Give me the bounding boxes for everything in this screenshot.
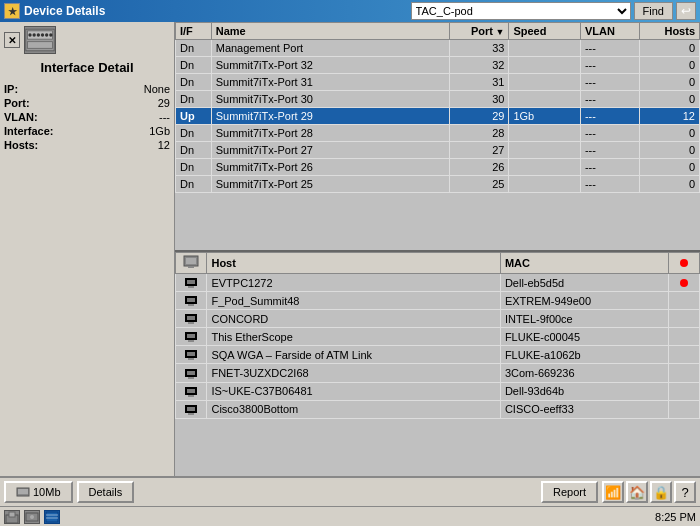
- svg-rect-39: [9, 512, 15, 517]
- interface-row[interactable]: Dn Summit7iTx-Port 32 32 --- 0: [176, 57, 700, 74]
- info-interface-row: Interface: 1Gb: [4, 125, 170, 137]
- svg-rect-32: [188, 395, 194, 397]
- host-flag: [668, 400, 699, 418]
- host-icon-cell: [176, 382, 207, 400]
- host-row[interactable]: FNET-3UZXDC2I68 3Com-669236: [176, 364, 700, 382]
- home-icon-button[interactable]: 🏠: [626, 481, 648, 503]
- host-row[interactable]: This EtherScope FLUKE-c00045: [176, 328, 700, 346]
- intf-name: Summit7iTx-Port 27: [211, 142, 449, 159]
- intf-name: Summit7iTx-Port 26: [211, 159, 449, 176]
- title-bar: ★ Device Details TAC_C-pod Find ↩: [0, 0, 700, 22]
- intf-status: Dn: [176, 176, 212, 193]
- hosts-table-container[interactable]: Host MAC EVTPC1272 Dell-eb5d5d: [175, 252, 700, 476]
- host-flag: [668, 346, 699, 364]
- status-time: 8:25 PM: [655, 511, 696, 523]
- interface-table: I/F Name Port Speed VLAN Hosts Dn Manage…: [175, 22, 700, 193]
- device-dropdown[interactable]: TAC_C-pod: [411, 2, 631, 20]
- intf-hosts: 0: [640, 74, 700, 91]
- interface-row[interactable]: Dn Summit7iTx-Port 25 25 --- 0: [176, 176, 700, 193]
- col-header-host-icon: [176, 253, 207, 274]
- title-controls: TAC_C-pod Find ↩: [411, 2, 696, 20]
- intf-port: 29: [449, 108, 509, 125]
- host-mac: CISCO-eeff33: [500, 400, 668, 418]
- svg-rect-42: [46, 512, 58, 522]
- host-name: IS~UKE-C37B06481: [207, 382, 500, 400]
- intf-hosts: 0: [640, 57, 700, 74]
- ip-label: IP:: [4, 83, 18, 95]
- svg-rect-25: [187, 352, 195, 356]
- interface-row[interactable]: Dn Management Port 33 --- 0: [176, 40, 700, 57]
- find-button[interactable]: Find: [634, 2, 673, 20]
- svg-rect-29: [188, 377, 194, 379]
- details-button[interactable]: Details: [77, 481, 135, 503]
- intf-speed: 1Gb: [509, 108, 580, 125]
- host-row[interactable]: EVTPC1272 Dell-eb5d5d: [176, 274, 700, 292]
- intf-name: Management Port: [211, 40, 449, 57]
- host-mac: INTEL-9f00ce: [500, 310, 668, 328]
- col-header-port[interactable]: Port: [449, 23, 509, 40]
- interface-table-container[interactable]: I/F Name Port Speed VLAN Hosts Dn Manage…: [175, 22, 700, 252]
- bluetooth-icon-button[interactable]: 📶: [602, 481, 624, 503]
- intf-hosts: 0: [640, 125, 700, 142]
- intf-speed: [509, 125, 580, 142]
- host-name: SQA WGA – Farside of ATM Link: [207, 346, 500, 364]
- host-row[interactable]: CONCORD INTEL-9f00ce: [176, 310, 700, 328]
- col-header-name[interactable]: Name: [211, 23, 449, 40]
- intf-port: 32: [449, 57, 509, 74]
- col-header-if: I/F: [176, 23, 212, 40]
- host-name: CONCORD: [207, 310, 500, 328]
- main-area: ✕ Interface Detail IP: None: [0, 22, 700, 476]
- col-header-flag: [668, 253, 699, 274]
- host-row[interactable]: Cisco3800Bottom CISCO-eeff33: [176, 400, 700, 418]
- intf-speed: [509, 159, 580, 176]
- host-icon-cell: [176, 328, 207, 346]
- right-panel: I/F Name Port Speed VLAN Hosts Dn Manage…: [175, 22, 700, 476]
- intf-speed: [509, 40, 580, 57]
- intf-status: Dn: [176, 40, 212, 57]
- host-icon-cell: [176, 364, 207, 382]
- interface-row[interactable]: Dn Summit7iTx-Port 27 27 --- 0: [176, 142, 700, 159]
- host-icon-cell: [176, 274, 207, 292]
- intf-hosts: 12: [640, 108, 700, 125]
- host-name: EVTPC1272: [207, 274, 500, 292]
- intf-vlan: ---: [580, 91, 640, 108]
- intf-speed: [509, 91, 580, 108]
- svg-rect-8: [28, 42, 53, 49]
- interface-row[interactable]: Dn Summit7iTx-Port 30 30 --- 0: [176, 91, 700, 108]
- speed-icon: [16, 486, 30, 498]
- host-row[interactable]: F_Pod_Summit48 EXTREM-949e00: [176, 292, 700, 310]
- interface-label: Interface:: [4, 125, 54, 137]
- host-flag: [668, 274, 699, 292]
- intf-speed: [509, 57, 580, 74]
- svg-rect-26: [188, 358, 194, 360]
- interface-row[interactable]: Up Summit7iTx-Port 29 29 1Gb --- 12: [176, 108, 700, 125]
- interface-row[interactable]: Dn Summit7iTx-Port 26 26 --- 0: [176, 159, 700, 176]
- speed-button[interactable]: 10Mb: [4, 481, 73, 503]
- svg-rect-16: [187, 298, 195, 302]
- intf-status: Dn: [176, 125, 212, 142]
- port-value: 29: [158, 97, 170, 109]
- host-icon-cell: [176, 400, 207, 418]
- lock-icon-button[interactable]: 🔒: [650, 481, 672, 503]
- intf-vlan: ---: [580, 176, 640, 193]
- intf-speed: [509, 176, 580, 193]
- report-button[interactable]: Report: [541, 481, 598, 503]
- help-icon-button[interactable]: ?: [674, 481, 696, 503]
- intf-hosts: 0: [640, 142, 700, 159]
- nav-icon-button[interactable]: ↩: [676, 2, 696, 20]
- close-button[interactable]: ✕: [4, 32, 20, 48]
- interface-row[interactable]: Dn Summit7iTx-Port 28 28 --- 0: [176, 125, 700, 142]
- status-icon-1: [4, 510, 20, 524]
- intf-speed: [509, 142, 580, 159]
- network-status-icon: [44, 510, 60, 524]
- left-panel: ✕ Interface Detail IP: None: [0, 22, 175, 476]
- host-row[interactable]: IS~UKE-C37B06481 Dell-93d64b: [176, 382, 700, 400]
- svg-point-2: [28, 33, 31, 36]
- app-icon: ★: [4, 3, 20, 19]
- intf-port: 25: [449, 176, 509, 193]
- host-row[interactable]: SQA WGA – Farside of ATM Link FLUKE-a106…: [176, 346, 700, 364]
- intf-port: 31: [449, 74, 509, 91]
- host-name: Cisco3800Bottom: [207, 400, 500, 418]
- intf-hosts: 0: [640, 40, 700, 57]
- interface-row[interactable]: Dn Summit7iTx-Port 31 31 --- 0: [176, 74, 700, 91]
